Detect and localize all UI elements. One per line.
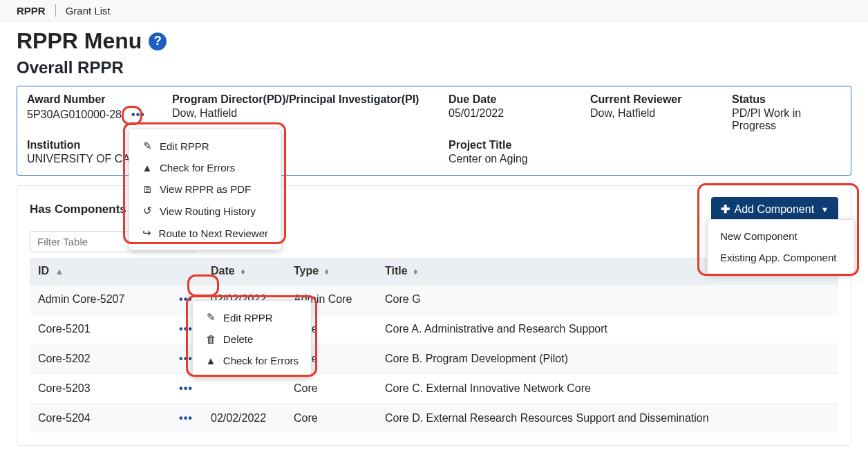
field-due: Due Date 05/01/2022 [449,93,583,132]
due-value: 05/01/2022 [449,107,583,120]
nav-grant-list[interactable]: Grant List [66,5,111,17]
sort-icon: ♦ [325,266,330,277]
row-title: Core B. Program Development (Pilot) [377,344,838,374]
sort-icon: ♦ [240,266,245,277]
award-actions-button[interactable]: ••• [130,107,147,122]
row-id: Core-5201 [38,323,91,335]
row-title: Core C. External Innovative Network Core [377,374,838,404]
row-id: Core-5202 [38,353,91,365]
table-row: Core-5204•••02/02/2022CoreCore D. Extern… [30,404,838,433]
history-icon: ↺ [142,205,153,217]
caret-down-icon: ▼ [821,205,829,214]
award-menu-check-errors[interactable]: ▲Check for Errors [129,157,281,178]
table-row: Admin Core-5207•••02/02/2022Admin CoreCo… [30,285,838,315]
row-date: 02/02/2022 [202,404,285,433]
help-icon[interactable]: ? [149,32,167,50]
edit-icon: ✎ [205,311,216,324]
row-id: Admin Core-5207 [38,293,124,306]
row-menu-check-errors[interactable]: ▲Check for Errors [193,350,311,371]
field-project: Project Title Center on Aging [449,139,841,165]
plus-icon: ✚ [721,203,730,216]
award-menu-routing-history[interactable]: ↺View Routing History [129,200,281,222]
row-date [202,374,285,404]
edit-icon: ✎ [142,140,153,152]
th-id[interactable]: ID ▲ [30,258,202,285]
sort-asc-icon: ▲ [55,266,64,277]
field-status: Status PD/PI Work in Progress [732,93,841,132]
status-label: Status [732,93,841,106]
row-id: Core-5203 [38,382,91,395]
th-date[interactable]: Date ♦ [202,258,285,285]
row-menu-edit[interactable]: ✎Edit RPPR [193,306,311,328]
award-menu-edit[interactable]: ✎Edit RPPR [129,135,281,157]
pdpi-value: Dow, Hatfield [172,107,442,120]
field-award: Award Number 5P30AG010000-28 ••• [27,93,165,132]
row-actions-button[interactable]: ••• [178,411,194,426]
table-row: Core-5201•••CoreCore A. Administrative a… [30,315,838,344]
field-reviewer: Current Reviewer Dow, Hatfield [590,93,725,132]
brand[interactable]: RPPR [17,5,46,17]
row-actions-menu: ✎Edit RPPR 🗑Delete ▲Check for Errors [192,300,312,377]
components-table: ID ▲ Date ♦ Type ♦ Title ♦ Admin Core-52… [30,258,838,433]
page-title-text: RPPR Menu [17,28,142,54]
row-menu-delete[interactable]: 🗑Delete [193,328,311,350]
proj-label: Project Title [449,139,841,151]
row-title: Core A. Administrative and Research Supp… [377,315,838,344]
due-label: Due Date [449,93,583,106]
row-type: Core [285,374,377,404]
sort-icon: ♦ [413,266,418,277]
award-menu-route-next[interactable]: ↪Route to Next Reviewer [129,222,281,244]
pdf-icon: 🗎 [142,183,153,195]
row-type: Core [285,404,377,433]
add-menu-new[interactable]: New Component [708,225,854,247]
table-row: Core-5203•••CoreCore C. External Innovat… [30,374,838,404]
proj-value: Center on Aging [449,153,841,165]
warning-icon: ▲ [142,162,153,174]
award-menu-view-pdf[interactable]: 🗎View RPPR as PDF [129,178,281,200]
trash-icon: 🗑 [205,333,216,345]
award-actions-menu: ✎Edit RPPR ▲Check for Errors 🗎View RPPR … [129,129,281,250]
warning-icon: ▲ [205,355,216,366]
page-title: RPPR Menu ? [17,28,851,54]
top-nav: RPPR Grant List [0,0,868,21]
status-value: PD/PI Work in Progress [732,107,841,132]
add-component-button[interactable]: ✚ Add Component ▼ [711,197,838,221]
add-menu-existing[interactable]: Existing App. Component [708,247,854,268]
row-actions-button[interactable]: ••• [178,381,194,396]
award-label: Award Number [27,93,165,106]
add-component-menu: New Component Existing App. Component [707,219,855,274]
row-title: Core D. External Research Resources Supp… [377,404,838,433]
components-title: Has Components [30,203,126,216]
th-type[interactable]: Type ♦ [285,258,377,285]
reviewer-value: Dow, Hatfield [590,107,725,120]
page-subtitle: Overall RPPR [17,58,851,77]
pdpi-label: Program Director(PD)/Principal Investiga… [172,93,442,106]
nav-divider [55,4,56,17]
route-icon: ↪ [142,227,152,239]
row-id: Core-5204 [38,412,91,425]
field-pdpi: Program Director(PD)/Principal Investiga… [172,93,442,132]
table-row: Core-5202•••CoreCore B. Program Developm… [30,344,838,374]
award-value: 5P30AG010000-28 [27,109,122,121]
reviewer-label: Current Reviewer [590,93,725,106]
row-title: Core G [377,285,838,315]
